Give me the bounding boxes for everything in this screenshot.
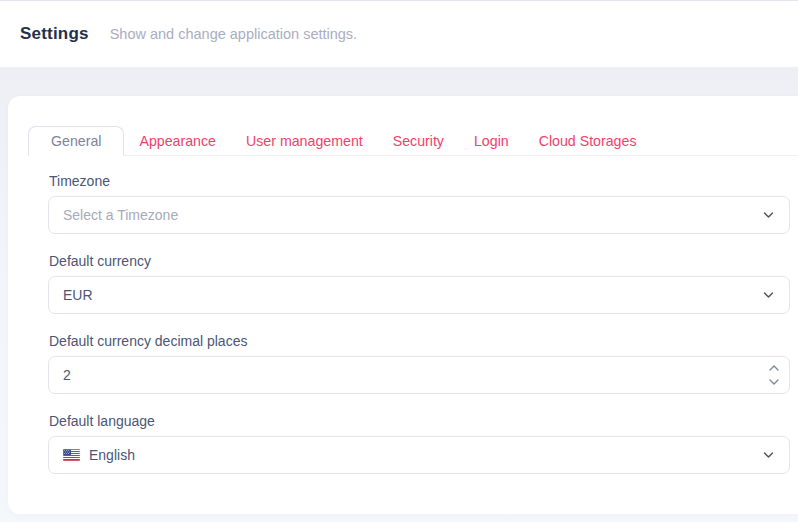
settings-page: Settings Show and change application set… — [0, 0, 798, 522]
chevron-down-icon — [761, 448, 776, 463]
content-area: General Appearance User management Secur… — [0, 67, 798, 522]
settings-card: General Appearance User management Secur… — [8, 96, 798, 514]
timezone-select[interactable]: Select a Timezone — [48, 196, 790, 234]
tab-general[interactable]: General — [28, 126, 124, 156]
tab-login[interactable]: Login — [459, 126, 524, 155]
number-stepper — [767, 364, 781, 387]
page-header: Settings Show and change application set… — [0, 1, 798, 67]
stepper-down-button[interactable] — [767, 378, 781, 387]
tab-cloud-storages[interactable]: Cloud Storages — [524, 126, 652, 155]
chevron-down-icon — [761, 288, 776, 303]
timezone-placeholder: Select a Timezone — [63, 207, 178, 223]
timezone-group: Timezone Select a Timezone — [48, 173, 790, 234]
timezone-label: Timezone — [49, 173, 790, 189]
default-currency-select[interactable]: EUR — [48, 276, 790, 314]
general-settings-form: Timezone Select a Timezone Default curre… — [48, 173, 790, 474]
default-language-select[interactable]: English — [48, 436, 790, 474]
decimal-places-input[interactable] — [63, 367, 749, 383]
default-currency-value: EUR — [63, 287, 93, 303]
settings-tab-bar: General Appearance User management Secur… — [28, 126, 798, 156]
page-title: Settings — [20, 24, 89, 44]
default-currency-label: Default currency — [49, 253, 790, 269]
decimal-places-label: Default currency decimal places — [49, 333, 790, 349]
default-language-value: English — [89, 447, 135, 463]
us-flag-icon — [63, 449, 80, 461]
tab-security[interactable]: Security — [378, 126, 459, 155]
tab-appearance[interactable]: Appearance — [124, 126, 231, 155]
page-subtitle: Show and change application settings. — [110, 26, 357, 42]
decimal-places-group: Default currency decimal places — [48, 333, 790, 394]
default-language-group: Default language — [48, 413, 790, 474]
chevron-down-icon — [761, 208, 776, 223]
default-currency-group: Default currency EUR — [48, 253, 790, 314]
stepper-up-button[interactable] — [767, 364, 781, 373]
decimal-places-field — [48, 356, 790, 394]
default-language-label: Default language — [49, 413, 790, 429]
tab-user-management[interactable]: User management — [231, 126, 378, 155]
